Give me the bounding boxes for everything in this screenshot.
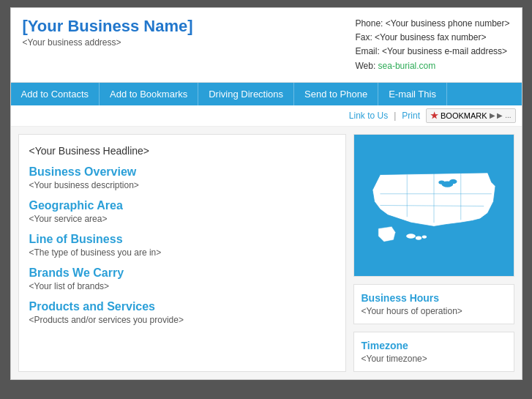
header-right: Phone: <Your business phone number> Fax:…	[355, 17, 509, 73]
section-title-overview: Business Overview	[29, 165, 335, 179]
content-left: <Your Business Headline> Business Overvi…	[18, 134, 346, 372]
header: [Your Business Name] <Your business addr…	[11, 8, 522, 83]
fax-line: Fax: <Your business fax number>	[355, 31, 509, 45]
section-overview: Business Overview <Your business descrip…	[29, 165, 335, 190]
section-title-geo: Geographic Area	[29, 199, 335, 212]
timezone-desc: <Your timezone>	[361, 354, 506, 364]
section-desc-products: <Products and/or services you provide>	[29, 315, 335, 325]
navbar: Add to Contacts Add to Bookmarks Driving…	[11, 83, 522, 105]
business-hours-desc: <Your hours of operation>	[361, 306, 506, 316]
svg-point-9	[406, 234, 416, 238]
link-to-us[interactable]: Link to Us	[349, 111, 388, 121]
fax-label: Fax:	[355, 32, 372, 42]
phone-line: Phone: <Your business phone number>	[355, 17, 509, 31]
bookmark-extra: ▶ ▶ ...	[490, 111, 512, 119]
business-hours-title: Business Hours	[361, 292, 506, 304]
section-brands: Brands We Carry <Your list of brands>	[29, 266, 335, 291]
svg-point-3	[438, 180, 444, 184]
toolbar-row: Link to Us | Print ★ BOOKMARK ▶ ▶ ...	[11, 105, 522, 127]
fax-value: <Your business fax number>	[375, 32, 486, 42]
web-link[interactable]: sea-burial.com	[378, 61, 436, 71]
nav-add-contacts[interactable]: Add to Contacts	[11, 83, 100, 105]
business-hours-box: Business Hours <Your hours of operation>	[353, 284, 514, 324]
header-left: [Your Business Name] <Your business addr…	[23, 17, 193, 48]
nav-driving-directions[interactable]: Driving Directions	[198, 83, 294, 105]
section-desc-geo: <Your service area>	[29, 214, 335, 224]
section-desc-brands: <Your list of brands>	[29, 281, 335, 291]
web-label: Web:	[355, 61, 375, 71]
section-title-products: Products and Services	[29, 300, 335, 313]
section-desc-overview: <Your business description>	[29, 180, 335, 190]
timezone-title: Timezone	[361, 340, 506, 351]
section-title-brands: Brands We Carry	[29, 266, 335, 280]
section-title-lob: Line of Business	[29, 233, 335, 246]
timezone-box: Timezone <Your timezone>	[353, 332, 514, 372]
nav-send-to-phone[interactable]: Send to Phone	[294, 83, 378, 105]
nav-email-this[interactable]: E-mail This	[378, 83, 447, 105]
email-label: Email:	[355, 46, 379, 56]
main-content: <Your Business Headline> Business Overvi…	[11, 127, 522, 379]
section-desc-lob: <The type of business you are in>	[29, 247, 335, 258]
section-products: Products and Services <Products and/or s…	[29, 300, 335, 325]
svg-point-10	[415, 236, 421, 239]
web-line: Web: sea-burial.com	[355, 59, 509, 73]
page-wrapper: [Your Business Name] <Your business addr…	[10, 7, 522, 380]
svg-point-11	[422, 235, 426, 238]
business-name: [Your Business Name]	[23, 17, 193, 36]
toolbar-separator: |	[394, 111, 396, 121]
bookmark-button[interactable]: ★ BOOKMARK ▶ ▶ ...	[426, 108, 515, 123]
business-headline: <Your Business Headline>	[29, 145, 335, 157]
us-map	[353, 134, 514, 277]
nav-add-bookmarks[interactable]: Add to Bookmarks	[100, 83, 198, 105]
email-value: <Your business e-mail address>	[382, 46, 507, 56]
email-line: Email: <Your business e-mail address>	[355, 45, 509, 59]
bookmark-label: BOOKMARK	[441, 111, 487, 120]
svg-point-2	[449, 179, 457, 184]
print-link[interactable]: Print	[402, 111, 420, 121]
business-address: <Your business address>	[23, 37, 193, 48]
content-right: Business Hours <Your hours of operation>…	[353, 134, 514, 372]
phone-value: <Your business phone number>	[386, 18, 510, 29]
section-lob: Line of Business <The type of business y…	[29, 233, 335, 258]
us-map-svg	[357, 138, 511, 273]
bookmark-icon: ★	[430, 111, 438, 121]
section-geo: Geographic Area <Your service area>	[29, 199, 335, 224]
phone-label: Phone:	[355, 18, 383, 29]
